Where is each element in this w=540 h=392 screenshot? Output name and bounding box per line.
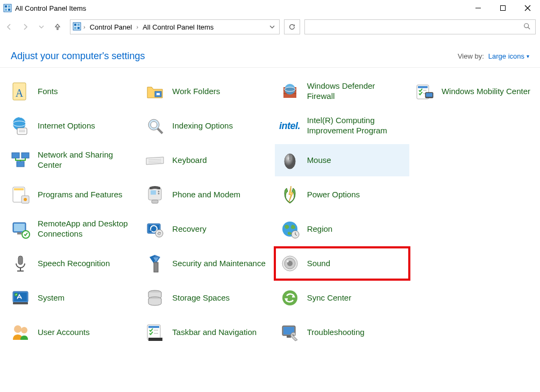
- cp-item-label: Speech Recognition: [38, 259, 110, 269]
- users-icon: [10, 322, 31, 343]
- mouse-icon: [279, 149, 301, 171]
- remoteapp-icon: [10, 218, 31, 240]
- cp-item-network[interactable]: Network and Sharing Center: [5, 144, 140, 176]
- internet-icon: [10, 115, 31, 137]
- sync-icon: [279, 287, 301, 309]
- toolbar: › Control Panel › All Control Panel Item…: [0, 16, 540, 38]
- search-box[interactable]: [304, 19, 536, 34]
- cp-item-label: Windows Mobility Center: [442, 87, 530, 97]
- cp-item-label: Mouse: [307, 155, 331, 166]
- close-button[interactable]: [515, 0, 540, 16]
- region-icon: [279, 218, 301, 240]
- cp-item-recovery[interactable]: Recovery: [140, 213, 274, 245]
- svg-point-14: [524, 23, 529, 27]
- svg-rect-13: [77, 27, 80, 29]
- fonts-icon: [10, 81, 31, 102]
- phone-icon: [144, 184, 166, 205]
- app-icon: [3, 4, 12, 12]
- cp-item-label: Internet Options: [38, 121, 95, 131]
- up-button[interactable]: [53, 22, 62, 32]
- cp-item-fonts[interactable]: Fonts: [5, 75, 140, 108]
- sound-icon: [279, 253, 301, 274]
- cp-item-speech[interactable]: Speech Recognition: [5, 247, 140, 280]
- cp-item-power[interactable]: Power Options: [275, 179, 409, 211]
- chevron-right-icon[interactable]: ›: [136, 24, 138, 30]
- address-icon: [73, 22, 81, 32]
- maximize-button[interactable]: [491, 0, 515, 16]
- cp-item-label: Sound: [307, 259, 330, 269]
- cp-item-label: Keyboard: [172, 155, 207, 166]
- storage-icon: [144, 287, 166, 309]
- cp-item-region[interactable]: Region: [275, 213, 409, 245]
- cp-item-label: Indexing Options: [172, 121, 233, 131]
- cp-item-firewall[interactable]: Windows Defender Firewall: [275, 75, 409, 108]
- cp-item-mobility[interactable]: Windows Mobility Center: [409, 75, 535, 108]
- svg-rect-1: [5, 5, 7, 8]
- cp-item-sound[interactable]: Sound: [275, 247, 409, 280]
- cp-item-label: Region: [307, 224, 333, 234]
- security-icon: [144, 253, 166, 274]
- breadcrumb-current[interactable]: All Control Panel Items: [140, 22, 216, 32]
- cp-item-label: Sync Center: [307, 293, 352, 303]
- cp-item-mouse[interactable]: Mouse: [275, 144, 409, 176]
- svg-rect-6: [501, 6, 506, 11]
- refresh-button[interactable]: [284, 19, 300, 34]
- cp-item-remoteapp[interactable]: RemoteApp and Desktop Connections: [5, 213, 140, 245]
- minimize-button[interactable]: [466, 0, 491, 16]
- workfolders-icon: [144, 81, 166, 102]
- intel-icon: intel.: [279, 115, 301, 137]
- svg-rect-4: [8, 9, 10, 11]
- taskbar-icon: [144, 322, 166, 343]
- cp-item-label: Fonts: [38, 87, 58, 97]
- cp-item-label: Storage Spaces: [172, 293, 230, 303]
- power-icon: [279, 184, 301, 205]
- cp-item-label: Work Folders: [172, 87, 220, 97]
- cp-item-sync[interactable]: Sync Center: [275, 282, 409, 314]
- system-icon: [10, 287, 31, 309]
- cp-item-keyboard[interactable]: Keyboard: [140, 144, 274, 176]
- address-dropdown-button[interactable]: [267, 23, 277, 31]
- view-by-value: Large icons: [488, 52, 524, 60]
- firewall-icon: [279, 81, 301, 102]
- troubleshoot-icon: [279, 322, 301, 343]
- svg-rect-2: [8, 5, 10, 8]
- keyboard-icon: [144, 149, 166, 171]
- cp-item-security[interactable]: Security and Maintenance: [140, 247, 274, 280]
- search-icon: [523, 23, 531, 32]
- cp-item-troubleshoot[interactable]: Troubleshooting: [275, 316, 409, 348]
- cp-item-label: RemoteApp and Desktop Connections: [38, 219, 136, 239]
- address-bar[interactable]: › Control Panel › All Control Panel Item…: [70, 19, 280, 34]
- svg-rect-3: [5, 9, 7, 11]
- cp-item-storage[interactable]: Storage Spaces: [140, 282, 274, 314]
- cp-item-label: Taskbar and Navigation: [172, 327, 257, 338]
- page-heading: Adjust your computer's settings: [11, 51, 145, 62]
- speech-icon: [10, 253, 31, 274]
- control-panel-items: FontsInternet OptionsNetwork and Sharing…: [0, 68, 540, 356]
- view-by-dropdown[interactable]: Large icons ▾: [488, 52, 529, 60]
- recovery-icon: [144, 218, 166, 240]
- cp-item-label: Power Options: [307, 190, 360, 200]
- cp-item-workfolders[interactable]: Work Folders: [140, 75, 274, 108]
- cp-item-taskbar[interactable]: Taskbar and Navigation: [140, 316, 274, 348]
- cp-item-internet[interactable]: Internet Options: [5, 110, 140, 142]
- programs-icon: [10, 184, 31, 205]
- breadcrumb-root[interactable]: Control Panel: [88, 22, 134, 32]
- svg-rect-11: [77, 24, 80, 26]
- cp-item-label: Network and Sharing Center: [38, 150, 136, 170]
- svg-rect-12: [74, 27, 76, 29]
- cp-item-label: Troubleshooting: [307, 327, 365, 338]
- title-bar: All Control Panel Items: [0, 0, 540, 16]
- cp-item-users[interactable]: User Accounts: [5, 316, 140, 348]
- cp-item-system[interactable]: System: [5, 282, 140, 314]
- window-controls: [466, 0, 540, 16]
- chevron-right-icon[interactable]: ›: [83, 24, 86, 30]
- mobility-icon: [414, 81, 435, 102]
- recent-locations-button[interactable]: [37, 22, 46, 32]
- cp-item-phone[interactable]: Phone and Modem: [140, 179, 274, 211]
- forward-button[interactable]: [20, 22, 30, 32]
- chevron-down-icon: ▾: [527, 53, 529, 59]
- cp-item-programs[interactable]: Programs and Features: [5, 179, 140, 211]
- back-button[interactable]: [4, 22, 14, 32]
- cp-item-indexing[interactable]: Indexing Options: [140, 110, 274, 142]
- cp-item-intel[interactable]: intel.Intel(R) Computing Improvement Pro…: [275, 110, 409, 142]
